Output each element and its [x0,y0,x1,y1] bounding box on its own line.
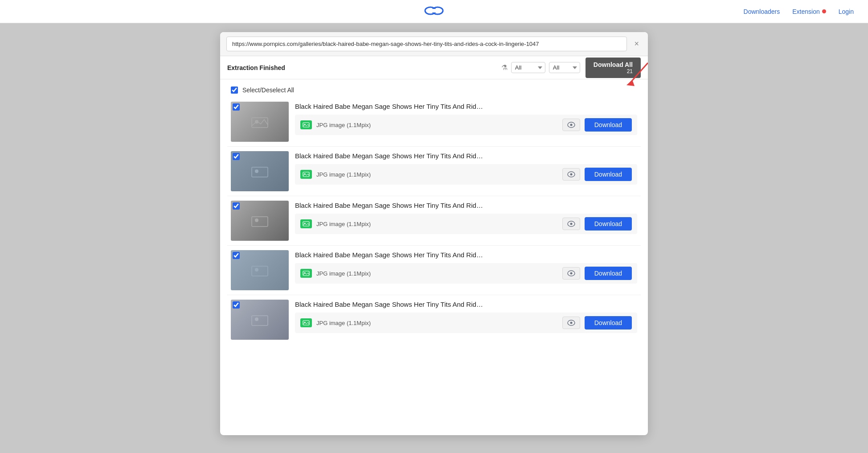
item-title: Black Haired Babe Megan Sage Shows Her T… [295,250,637,259]
svg-rect-29 [252,316,268,325]
item-meta-row: JPG image (1.1Mpix) Download [295,313,637,333]
url-input[interactable] [226,37,627,51]
filter-size-select[interactable]: All Large Small [549,62,580,73]
nav-right-links: Downloaders Extension Login [744,8,854,15]
list-item: Black Haired Babe Megan Sage Shows Her T… [227,147,641,196]
list-item: Black Haired Babe Megan Sage Shows Her T… [227,196,641,246]
svg-point-22 [570,223,572,225]
item-meta-row: JPG image (1.1Mpix) Download [295,164,637,185]
item-type-label: JPG image (1.1Mpix) [316,320,558,326]
main-background: × Extraction Finished ⚗ All Images Video… [0,23,868,453]
filter-group: ⚗ All Images Videos All Large Small [501,62,580,73]
preview-button[interactable] [562,119,580,131]
items-list: Black Haired Babe Megan Sage Shows Her T… [220,97,648,351]
login-link[interactable]: Login [839,8,854,15]
app-logo [424,4,444,19]
svg-rect-23 [252,266,268,276]
item-thumbnail-wrap [231,300,289,340]
item-content: Black Haired Babe Megan Sage Shows Her T… [295,201,637,234]
extension-status-dot [822,9,826,13]
download-button[interactable]: Download [585,316,632,329]
item-title: Black Haired Babe Megan Sage Shows Her T… [295,300,637,309]
item-thumbnail-wrap [231,102,289,142]
svg-rect-11 [252,167,268,177]
popup-panel: × Extraction Finished ⚗ All Images Video… [220,32,648,435]
downloaders-link[interactable]: Downloaders [744,8,780,15]
select-all-row: Select/Deselect All [220,79,648,97]
item-type-label: JPG image (1.1Mpix) [316,270,558,277]
item-title: Black Haired Babe Megan Sage Shows Her T… [295,102,637,111]
svg-rect-5 [252,118,268,128]
filter-type-select[interactable]: All Images Videos [511,62,545,73]
item-meta-row: JPG image (1.1Mpix) Download [295,263,637,284]
item-thumbnail-wrap [231,201,289,241]
item-checkbox[interactable] [233,252,240,259]
svg-point-10 [570,124,572,126]
image-type-icon [300,219,312,228]
svg-rect-2 [431,9,437,12]
svg-point-28 [570,272,572,275]
image-type-icon [300,120,312,129]
item-meta-row: JPG image (1.1Mpix) Download [295,214,637,234]
item-content: Black Haired Babe Megan Sage Shows Her T… [295,250,637,284]
extraction-status: Extraction Finished [227,64,496,71]
item-title: Black Haired Babe Megan Sage Shows Her T… [295,151,637,161]
image-type-icon [300,318,312,327]
item-checkbox[interactable] [233,301,240,309]
preview-button[interactable] [562,317,580,329]
download-button[interactable]: Download [585,168,632,181]
svg-point-12 [255,169,258,173]
image-type-icon [300,269,312,278]
item-thumbnail-wrap [231,250,289,290]
select-all-label[interactable]: Select/Deselect All [242,86,294,94]
toolbar: Extraction Finished ⚗ All Images Videos … [220,56,648,79]
list-item: Black Haired Babe Megan Sage Shows Her T… [227,295,641,344]
item-content: Black Haired Babe Megan Sage Shows Her T… [295,151,637,185]
select-all-checkbox[interactable] [231,86,238,94]
svg-point-30 [255,317,258,321]
list-item: Black Haired Babe Megan Sage Shows Her T… [227,246,641,295]
download-button[interactable]: Download [585,267,632,280]
item-content: Black Haired Babe Megan Sage Shows Her T… [295,102,637,135]
list-item: Black Haired Babe Megan Sage Shows Her T… [227,97,641,147]
url-bar: × [220,32,648,56]
item-thumbnail-wrap [231,151,289,191]
item-checkbox[interactable] [233,153,240,160]
item-type-label: JPG image (1.1Mpix) [316,171,558,178]
item-title: Black Haired Babe Megan Sage Shows Her T… [295,201,637,210]
image-type-icon [300,170,312,179]
filter-icon: ⚗ [501,63,508,72]
item-type-label: JPG image (1.1Mpix) [316,221,558,227]
extension-link[interactable]: Extension [792,8,826,15]
svg-rect-17 [252,217,268,226]
top-navigation: Downloaders Extension Login [0,0,868,23]
svg-point-16 [570,173,572,176]
item-checkbox[interactable] [233,202,240,210]
svg-point-24 [255,268,258,272]
item-checkbox[interactable] [233,103,240,111]
item-meta-row: JPG image (1.1Mpix) Download [295,115,637,135]
item-content: Black Haired Babe Megan Sage Shows Her T… [295,300,637,333]
url-close-button[interactable]: × [631,38,642,49]
svg-point-34 [570,322,572,324]
preview-button[interactable] [562,168,580,181]
preview-button[interactable] [562,267,580,280]
download-all-button[interactable]: Download All 21 [585,58,641,78]
download-button[interactable]: Download [585,118,632,132]
item-type-label: JPG image (1.1Mpix) [316,122,558,128]
preview-button[interactable] [562,218,580,230]
svg-point-18 [255,218,258,222]
download-button[interactable]: Download [585,217,632,231]
